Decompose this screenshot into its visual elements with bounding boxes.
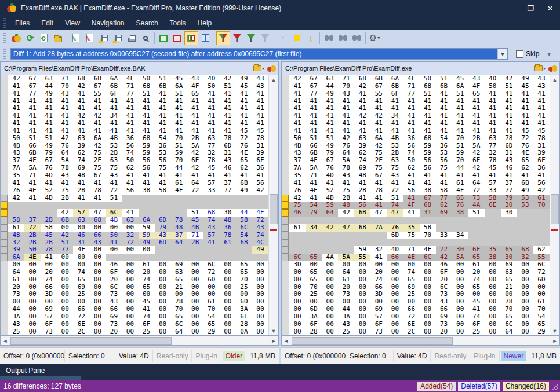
hex-byte[interactable]: 31: [420, 209, 436, 217]
hex-byte[interactable]: 43: [387, 172, 403, 179]
hex-byte[interactable]: 41: [41, 120, 57, 127]
hex-byte[interactable]: 25: [468, 328, 485, 336]
hex-byte[interactable]: 00: [187, 261, 203, 269]
hex-byte[interactable]: 4F: [452, 187, 468, 195]
hex-byte[interactable]: 41: [533, 90, 550, 98]
hex-byte[interactable]: 72: [24, 224, 41, 232]
hex-byte[interactable]: 00: [187, 321, 203, 328]
hex-byte[interactable]: 43: [338, 172, 354, 179]
prev-diff-icon[interactable]: ↑: [276, 31, 290, 45]
hex-byte[interactable]: [501, 217, 517, 224]
hex-byte[interactable]: 6F: [370, 321, 387, 328]
hex-byte[interactable]: [370, 217, 387, 224]
hex-byte[interactable]: 61: [8, 224, 24, 232]
hex-byte[interactable]: 00: [24, 313, 41, 321]
hex-byte[interactable]: 41: [187, 172, 203, 179]
hex-byte[interactable]: [468, 224, 485, 232]
hex-byte[interactable]: 69: [436, 209, 452, 217]
hex-byte[interactable]: 41: [139, 120, 155, 127]
hex-byte[interactable]: 50: [106, 232, 122, 239]
hex-grid-second[interactable]: 42676371686B6A4F505145434D42494341674470…: [289, 75, 550, 335]
hex-byte[interactable]: 6C: [533, 261, 550, 269]
hex-byte[interactable]: 41: [289, 179, 306, 187]
hex-byte[interactable]: [289, 239, 306, 247]
hex-byte[interactable]: 37: [501, 179, 517, 187]
hex-byte[interactable]: 73: [41, 328, 57, 336]
hex-byte[interactable]: 00: [289, 276, 306, 284]
hex-byte[interactable]: 51: [306, 135, 322, 142]
hex-byte[interactable]: 59: [139, 232, 155, 239]
hex-byte[interactable]: 72: [252, 217, 268, 224]
hex-byte[interactable]: 20: [139, 269, 155, 276]
hex-byte[interactable]: 00: [387, 328, 403, 336]
hex-byte[interactable]: 4D: [41, 195, 57, 202]
hex-byte[interactable]: [306, 232, 322, 239]
hex-byte[interactable]: 78: [220, 232, 236, 239]
hex-byte[interactable]: 78: [533, 135, 550, 142]
hex-byte[interactable]: 50: [139, 75, 155, 83]
hex-byte[interactable]: 65: [236, 261, 252, 269]
hex-byte[interactable]: 00: [122, 328, 138, 336]
hex-byte[interactable]: [187, 246, 203, 254]
hex-byte[interactable]: 6B: [106, 83, 122, 90]
hex-byte[interactable]: 00: [322, 276, 338, 284]
hex-byte[interactable]: 00: [322, 328, 338, 336]
hex-byte[interactable]: 41: [370, 120, 387, 127]
hex-byte[interactable]: 41: [220, 127, 236, 135]
hex-byte[interactable]: 41: [89, 179, 106, 187]
hex-byte[interactable]: [289, 232, 306, 239]
hex-byte[interactable]: 66: [89, 232, 106, 239]
hex-byte[interactable]: 41: [252, 172, 268, 179]
hex-byte[interactable]: 79: [155, 224, 171, 232]
hex-byte[interactable]: 46: [73, 232, 89, 239]
hex-byte[interactable]: 70: [533, 202, 550, 209]
hex-byte[interactable]: 00: [220, 276, 236, 284]
edit-first-icon[interactable]: ✎: [69, 31, 83, 45]
hex-byte[interactable]: 71: [187, 232, 203, 239]
hex-byte[interactable]: 41: [452, 127, 468, 135]
skip-checkbox[interactable]: [516, 50, 523, 58]
hex-byte[interactable]: 41: [220, 90, 236, 98]
hex-byte[interactable]: 00: [517, 276, 533, 284]
hex-byte[interactable]: 65: [236, 269, 252, 276]
hex-byte[interactable]: 72: [387, 187, 403, 195]
hex-byte[interactable]: 56: [122, 187, 138, 195]
vertical-scrollbar[interactable]: ▲ ▼: [268, 75, 278, 335]
menu-item-navigation[interactable]: Navigation: [86, 17, 130, 30]
hex-byte[interactable]: 00: [187, 269, 203, 276]
scroll-thumb[interactable]: [10, 337, 172, 345]
hex-byte[interactable]: 00: [354, 276, 370, 284]
hex-byte[interactable]: 37: [220, 179, 236, 187]
hex-byte[interactable]: 51: [501, 83, 517, 90]
hex-byte[interactable]: 00: [89, 261, 106, 269]
hex-byte[interactable]: 2B: [468, 135, 485, 142]
hex-byte[interactable]: 00: [452, 261, 468, 269]
hex-byte[interactable]: 61: [338, 276, 354, 284]
hex-byte[interactable]: 55: [89, 90, 106, 98]
hex-byte[interactable]: 41: [370, 127, 387, 135]
hex-byte[interactable]: 43: [203, 224, 220, 232]
hex-byte[interactable]: 6A: [106, 75, 122, 83]
hex-byte[interactable]: 77: [501, 187, 517, 195]
filter-added-icon[interactable]: [244, 31, 258, 45]
hex-byte[interactable]: [8, 202, 24, 209]
hex-byte[interactable]: 41: [57, 120, 73, 127]
hex-byte[interactable]: 41: [73, 195, 89, 202]
hex-byte[interactable]: 68: [420, 135, 436, 142]
hex-byte[interactable]: 00: [517, 313, 533, 321]
hex-byte[interactable]: 6F: [106, 90, 122, 98]
menu-item-files[interactable]: Files: [9, 17, 35, 30]
hex-byte[interactable]: 29: [533, 328, 550, 336]
diffbar-grip[interactable]: [3, 49, 6, 59]
hex-byte[interactable]: 45: [533, 127, 550, 135]
hex-byte[interactable]: 43: [252, 224, 268, 232]
hex-byte[interactable]: 6D: [533, 276, 550, 284]
hex-byte[interactable]: 78: [220, 135, 236, 142]
hex-byte[interactable]: 00: [387, 313, 403, 321]
hex-byte[interactable]: 41: [420, 127, 436, 135]
hex-byte[interactable]: 6E: [403, 321, 419, 328]
hex-byte[interactable]: 64: [171, 239, 187, 247]
hex-byte[interactable]: [203, 246, 220, 254]
menu-item-edit[interactable]: Edit: [35, 17, 59, 30]
hex-byte[interactable]: 64: [338, 269, 354, 276]
